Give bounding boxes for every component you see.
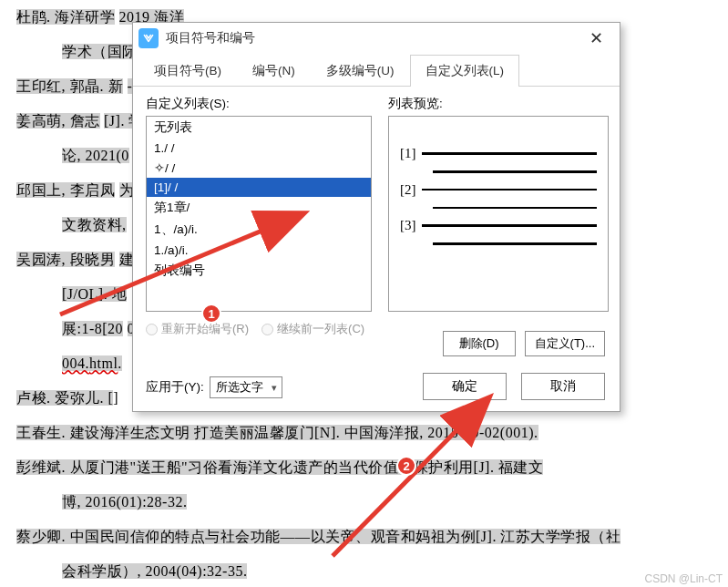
dialog-title: 项目符号和编号 bbox=[166, 30, 578, 46]
list-item[interactable]: 1./ / bbox=[147, 139, 371, 158]
list-item[interactable]: [1]/ / bbox=[147, 178, 371, 197]
list-item[interactable]: 1./a)/i. bbox=[147, 241, 371, 260]
delete-button[interactable]: 删除(D) bbox=[443, 331, 516, 356]
cancel-button[interactable]: 取消 bbox=[521, 373, 605, 400]
list-item[interactable]: 第1章/ bbox=[147, 197, 371, 219]
tab-3[interactable]: 自定义列表(L) bbox=[410, 55, 520, 87]
continue-radio-input bbox=[261, 324, 273, 335]
titlebar: 项目符号和编号 ✕ bbox=[133, 23, 620, 54]
list-preview: [1][2][3] bbox=[388, 116, 609, 312]
list-item[interactable]: 列表编号 bbox=[147, 260, 371, 282]
apply-to-label: 应用于(Y): bbox=[146, 379, 204, 396]
bullets-numbering-dialog: 项目符号和编号 ✕ 项目符号(B)编号(N)多级编号(U)自定义列表(L) 自定… bbox=[132, 22, 620, 412]
bg-line: 博, 2016(01):28-32. bbox=[16, 485, 713, 520]
restart-numbering-radio: 重新开始编号(R) bbox=[146, 321, 249, 337]
continue-numbering-radio: 继续前一列表(C) bbox=[261, 321, 364, 337]
bg-line: 彭维斌. 从厦门港"送王船"习俗看海洋文化遗产的当代价值与保护利用[J]. 福建… bbox=[16, 450, 713, 485]
list-item[interactable]: 无列表 bbox=[147, 117, 371, 139]
tab-strip: 项目符号(B)编号(N)多级编号(U)自定义列表(L) bbox=[133, 54, 620, 87]
bg-line: 王春生. 建设海洋生态文明 打造美丽温馨厦门[N]. 中国海洋报, 2015-0… bbox=[16, 416, 713, 450]
ok-button[interactable]: 确定 bbox=[423, 373, 507, 400]
bg-line: 蔡少卿. 中国民间信仰的特点与社会功能——以关帝、观音和妈祖为例[J]. 江苏大… bbox=[16, 520, 713, 554]
bg-line: 会科学版）, 2004(04):32-35. bbox=[16, 554, 713, 587]
app-icon bbox=[138, 28, 159, 48]
restart-radio-input bbox=[146, 324, 158, 335]
apply-to-select[interactable]: 所选文字 bbox=[210, 376, 282, 398]
custom-list-label: 自定义列表(S): bbox=[146, 96, 372, 112]
preview-label: 列表预览: bbox=[388, 96, 609, 112]
tab-2[interactable]: 多级编号(U) bbox=[311, 55, 410, 87]
list-item[interactable]: ✧/ / bbox=[147, 158, 371, 178]
custom-button[interactable]: 自定义(T)... bbox=[525, 331, 605, 356]
watermark: CSDN @Lin-CT bbox=[644, 572, 723, 585]
tab-1[interactable]: 编号(N) bbox=[237, 55, 311, 87]
list-item[interactable]: 1、/a)/i. bbox=[147, 219, 371, 241]
close-icon[interactable]: ✕ bbox=[578, 25, 614, 52]
custom-list-listbox[interactable]: 无列表1./ /✧/ /[1]/ /第1章/1、/a)/i.1./a)/i.列表… bbox=[146, 116, 372, 312]
tab-0[interactable]: 项目符号(B) bbox=[138, 55, 237, 87]
